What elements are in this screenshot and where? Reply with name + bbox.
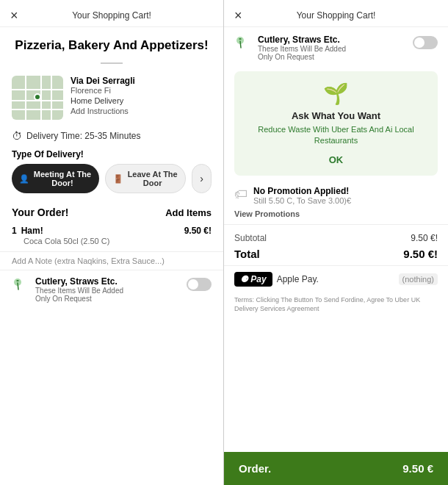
right-header: × Your Shopping Cart! xyxy=(224,0,448,27)
cutlery-title-left: Cutlery, Straws Etc. xyxy=(35,276,181,287)
map-thumbnail[interactable] xyxy=(12,76,63,120)
delivery-time-row: ⏱ Delivery Time: 25-35 Minutes xyxy=(0,126,223,146)
view-promotions-link[interactable]: View Promotions xyxy=(224,208,448,224)
order-btn-label: Order. xyxy=(239,462,271,475)
ask-ok-button[interactable]: OK xyxy=(329,154,344,165)
apple-pay-left: ⚈ Pay Apple Pay. xyxy=(234,272,319,287)
meeting-btn-label: Meeting At The Door! xyxy=(33,170,92,187)
cutlery-sub2-left: Only On Request xyxy=(35,295,181,303)
total-label: Total xyxy=(234,248,260,260)
item-qty: 1 xyxy=(12,226,17,236)
promo-sub: Still 5.50 C, To Save 3.00)€ xyxy=(253,196,438,205)
map-section: Via Dei Serragli Florence Fi Home Delive… xyxy=(0,70,223,126)
right-close-button[interactable]: × xyxy=(234,9,242,22)
meeting-at-door-button[interactable]: 👤 Meeting At The Door! xyxy=(12,164,99,193)
item-qty-name: 1 Ham! xyxy=(12,226,43,236)
ask-box-sub: Reduce Waste With Uber Eats And Ai Local… xyxy=(243,124,429,147)
promotion-row: 🏷 No Promotion Applied! Still 5.50 C, To… xyxy=(224,179,448,208)
cutlery-sub2-right: Only On Request xyxy=(258,53,407,61)
cutlery-icon xyxy=(12,276,29,294)
person-icon: 👤 xyxy=(19,174,29,184)
map-pin xyxy=(34,93,41,101)
item-price: 9.50 €! xyxy=(184,226,212,236)
cutlery-info-right: Cutlery, Straws Etc. These Items Will Be… xyxy=(258,35,407,61)
add-items-button[interactable]: Add Items xyxy=(165,207,212,218)
map-info: Via Dei Serragli Florence Fi Home Delive… xyxy=(71,76,212,115)
cutlery-toggle-left[interactable] xyxy=(187,278,212,291)
order-button[interactable]: Order. 9.50 € xyxy=(224,452,448,485)
order-item: 1 Ham! 9.50 €! Coca Cola 50cl (2.50 C) xyxy=(0,223,223,248)
subtotal-row: Subtotal 9.50 €! xyxy=(234,231,438,245)
delivery-type-label: Type Of Delivery! xyxy=(0,146,223,164)
cutlery-sub-left: These Items Will Be Added xyxy=(35,287,181,295)
divider xyxy=(101,62,123,64)
cutlery-title-right: Cutlery, Straws Etc. xyxy=(258,35,407,45)
left-close-button[interactable]: × xyxy=(10,9,18,22)
cutlery-row-right: Cutlery, Straws Etc. These Items Will Be… xyxy=(224,27,448,68)
add-instructions-link[interactable]: Add Instructions xyxy=(71,107,212,115)
map-city: Florence Fi xyxy=(71,86,212,95)
cutlery-row-left: Cutlery, Straws Etc. These Items Will Be… xyxy=(0,270,223,309)
cutlery-info-left: Cutlery, Straws Etc. These Items Will Be… xyxy=(35,276,181,303)
item-name: Ham! xyxy=(21,226,43,236)
door-icon: 🚪 xyxy=(113,174,123,184)
apple-pay-badge: (nothing) xyxy=(399,273,438,285)
cutlery-icon-right xyxy=(234,35,252,52)
promo-info: No Promotion Applied! Still 5.50 C, To S… xyxy=(253,186,438,205)
toggle-knob-right xyxy=(414,37,424,48)
apple-pay-row[interactable]: ⚈ Pay Apple Pay. (nothing) xyxy=(224,265,448,292)
add-note-field[interactable]: Add A Note (extra Naqkins, Extra Sauce..… xyxy=(0,251,223,270)
subtotal-label: Subtotal xyxy=(234,233,267,243)
left-header: × Your Shopping Cart! xyxy=(0,0,223,27)
delivery-time-text: Delivery Time: 25-35 Minutes xyxy=(26,131,140,141)
apple-pay-logo: ⚈ Pay xyxy=(234,272,272,287)
leave-at-door-button[interactable]: 🚪 Leave At The Door xyxy=(105,164,186,193)
apple-pay-label: Apple Pay. xyxy=(277,274,319,284)
right-header-title: Your Shopping Cart! xyxy=(297,10,376,21)
delivery-arrow-button[interactable]: › xyxy=(192,164,212,193)
total-value: 9.50 €! xyxy=(403,248,438,260)
totals-section: Subtotal 9.50 €! Total 9.50 €! xyxy=(224,224,448,265)
order-btn-price: 9.50 € xyxy=(402,462,433,475)
promo-tag-icon: 🏷 xyxy=(234,187,248,202)
terms-text: Terms: Clicking The Button To Send Fordi… xyxy=(224,292,448,320)
restaurant-title: Pizzeria, Bakery And Appetizers! xyxy=(0,27,223,57)
cutlery-toggle-right[interactable] xyxy=(413,36,438,49)
leave-btn-label: Leave At The Door xyxy=(127,170,178,187)
delivery-buttons-row: 👤 Meeting At The Door! 🚪 Leave At The Do… xyxy=(0,164,223,201)
your-order-title: Your Order! xyxy=(12,206,69,218)
order-section-header: Your Order! Add Items xyxy=(0,201,223,223)
subtotal-value: 9.50 €! xyxy=(411,233,438,243)
clock-icon: ⏱ xyxy=(12,130,22,142)
cutlery-sub-right: These Items Will Be Added xyxy=(258,45,407,53)
ask-box-title: Ask What You Want xyxy=(243,110,429,121)
left-header-title: Your Shopping Cart! xyxy=(72,10,151,21)
ask-green-box: 🌱 Ask What You Want Reduce Waste With Ub… xyxy=(234,71,438,176)
home-delivery-label: Home Delivery xyxy=(71,96,212,105)
left-panel: × Your Shopping Cart! Pizzeria, Bakery A… xyxy=(0,0,224,485)
plant-emoji: 🌱 xyxy=(243,82,429,106)
map-address: Via Dei Serragli xyxy=(71,76,212,86)
right-panel: × Your Shopping Cart! Cutlery, Straws Et… xyxy=(224,0,448,485)
item-sub: Coca Cola 50cl (2.50 C) xyxy=(12,237,212,245)
promo-title: No Promotion Applied! xyxy=(253,186,438,196)
toggle-knob-left xyxy=(188,279,198,290)
total-row: Total 9.50 €! xyxy=(234,245,438,262)
